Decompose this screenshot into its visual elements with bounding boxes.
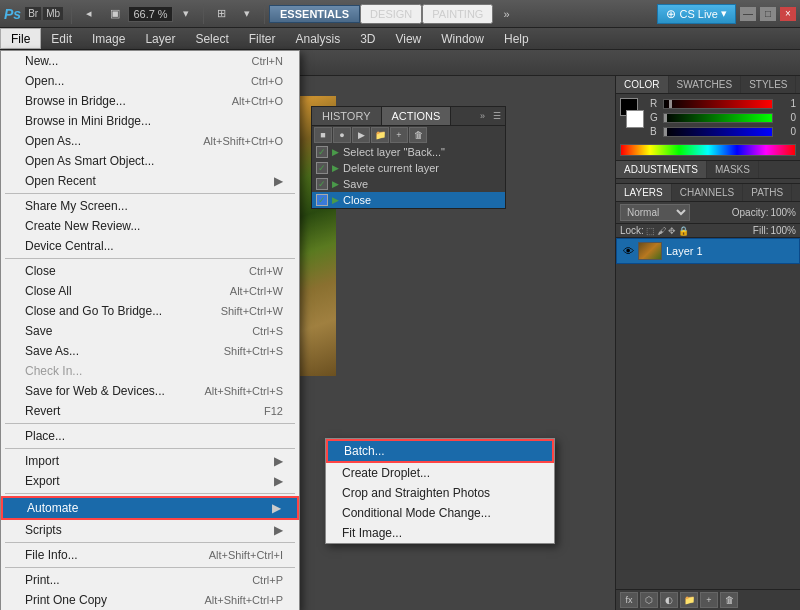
submenu-conditional-mode[interactable]: Conditional Mode Change... — [326, 503, 554, 523]
menu-place[interactable]: Place... — [26, 426, 299, 446]
menu-view[interactable]: View — [385, 28, 431, 49]
create-set-btn[interactable]: 📁 — [371, 127, 389, 143]
layer-item-1[interactable]: 👁 Layer 1 — [616, 238, 800, 264]
menu-print[interactable]: Print... Ctrl+P — [26, 570, 299, 590]
menu-open-smart[interactable]: Open As Smart Object... — [26, 151, 299, 171]
new-layer-btn[interactable]: + — [700, 592, 718, 608]
add-mask-btn[interactable]: ⬡ — [640, 592, 658, 608]
mb-logo[interactable]: Mb — [43, 7, 63, 20]
new-group-btn[interactable]: 📁 — [680, 592, 698, 608]
b-slider[interactable] — [663, 127, 773, 137]
menu-close-all[interactable]: Close All Alt+Ctrl+W — [26, 281, 299, 301]
fill-value[interactable]: 100% — [770, 225, 796, 236]
panel-menu-btn[interactable]: ☰ — [489, 109, 505, 123]
action-item-3[interactable]: ✓ ▶ Save — [312, 176, 505, 192]
br-logo[interactable]: Br — [25, 7, 41, 20]
g-slider[interactable] — [663, 113, 773, 123]
menu-image[interactable]: Image — [82, 28, 135, 49]
essentials-button[interactable]: ESSENTIALS — [269, 5, 360, 23]
menu-scripts[interactable]: Scripts ▶ — [26, 520, 299, 540]
menu-browse-mini[interactable]: Browse in Mini Bridge... — [26, 111, 299, 131]
actions-tab[interactable]: ACTIONS — [382, 107, 452, 125]
action-checkbox-1[interactable]: ✓ — [316, 146, 328, 158]
lock-move-icon[interactable]: ✥ — [668, 226, 676, 236]
new-adj-layer-btn[interactable]: ◐ — [660, 592, 678, 608]
menu-layer[interactable]: Layer — [135, 28, 185, 49]
menu-import[interactable]: Import ▶ — [26, 451, 299, 471]
action-checkbox-4[interactable]: ✓ — [316, 194, 328, 206]
menu-create-review[interactable]: Create New Review... — [26, 216, 299, 236]
layer-visibility-icon[interactable]: 👁 — [621, 244, 635, 258]
adjustments-tab[interactable]: ADJUSTMENTS — [616, 161, 707, 178]
menu-device-central[interactable]: Device Central... — [26, 236, 299, 256]
record-btn[interactable]: ● — [333, 127, 351, 143]
menu-print-one[interactable]: Print One Copy Alt+Shift+Ctrl+P — [26, 590, 299, 610]
r-slider[interactable] — [663, 99, 773, 109]
menu-save-web[interactable]: Save for Web & Devices... Alt+Shift+Ctrl… — [26, 381, 299, 401]
menu-share[interactable]: Share My Screen... — [26, 196, 299, 216]
stop-btn[interactable]: ■ — [314, 127, 332, 143]
new-action-btn[interactable]: + — [390, 127, 408, 143]
play-btn[interactable]: ▶ — [352, 127, 370, 143]
action-item-1[interactable]: ✓ ▶ Select layer "Back..." — [312, 144, 505, 160]
menu-analysis[interactable]: Analysis — [285, 28, 350, 49]
menu-automate[interactable]: Automate ▶ — [26, 496, 299, 520]
menu-open-as[interactable]: Open As... Alt+Shift+Ctrl+O — [26, 131, 299, 151]
menu-file-info[interactable]: File Info... Alt+Shift+Ctrl+I — [26, 545, 299, 565]
submenu-batch[interactable]: Batch... — [326, 439, 554, 463]
action-item-2[interactable]: ✓ ▶ Delete current layer — [312, 160, 505, 176]
blend-mode-select[interactable]: Normal — [620, 204, 690, 221]
action-checkbox-3[interactable]: ✓ — [316, 178, 328, 190]
layers-tab[interactable]: LAYERS — [616, 184, 672, 201]
toolbar-square-btn[interactable]: ▣ — [103, 2, 127, 26]
swatches-tab[interactable]: SWATCHES — [669, 76, 742, 93]
menu-save-as[interactable]: Save As... Shift+Ctrl+S — [26, 341, 299, 361]
panel-expand-btn[interactable]: » — [476, 109, 489, 123]
submenu-crop-straighten[interactable]: Crop and Straighten Photos — [326, 483, 554, 503]
minimize-button[interactable]: — — [740, 7, 756, 21]
menu-export[interactable]: Export ▶ — [26, 471, 299, 491]
menu-save[interactable]: Save Ctrl+S — [26, 321, 299, 341]
action-item-4[interactable]: ✓ ▶ Close — [312, 192, 505, 208]
menu-file[interactable]: File — [0, 28, 41, 49]
menu-revert[interactable]: Revert F12 — [26, 401, 299, 421]
menu-3d[interactable]: 3D — [350, 28, 385, 49]
bg-color-swatch[interactable] — [626, 110, 644, 128]
menu-help[interactable]: Help — [494, 28, 539, 49]
menu-close-go-bridge[interactable]: Close and Go To Bridge... Shift+Ctrl+W — [26, 301, 299, 321]
action-checkbox-2[interactable]: ✓ — [316, 162, 328, 174]
menu-filter[interactable]: Filter — [239, 28, 286, 49]
submenu-fit-image[interactable]: Fit Image... — [326, 523, 554, 543]
maximize-button[interactable]: □ — [760, 7, 776, 21]
opacity-value[interactable]: 100% — [770, 207, 796, 218]
channels-tab[interactable]: CHANNELS — [672, 184, 743, 201]
design-button[interactable]: DESIGN — [360, 4, 422, 24]
menu-select[interactable]: Select — [185, 28, 238, 49]
menu-open[interactable]: Open... Ctrl+O — [26, 76, 299, 91]
submenu-create-droplet[interactable]: Create Droplet... — [326, 463, 554, 483]
menu-window[interactable]: Window — [431, 28, 494, 49]
cs-live-button[interactable]: ⊕ CS Live ▾ — [657, 4, 736, 24]
history-tab[interactable]: HISTORY — [312, 107, 382, 125]
delete-action-btn[interactable]: 🗑 — [409, 127, 427, 143]
painting-button[interactable]: PAINTING — [422, 4, 493, 24]
lock-paint-icon[interactable]: 🖌 — [657, 226, 666, 236]
menu-browse-bridge[interactable]: Browse in Bridge... Alt+Ctrl+O — [26, 91, 299, 111]
arrange-dropdown[interactable]: ▾ — [235, 2, 259, 26]
menu-open-recent[interactable]: Open Recent ▶ — [26, 171, 299, 191]
zoom-dropdown-btn[interactable]: ▾ — [174, 2, 198, 26]
color-tab[interactable]: COLOR — [616, 76, 669, 93]
zoom-input[interactable] — [128, 6, 173, 22]
menu-edit[interactable]: Edit — [41, 28, 82, 49]
lock-all-icon[interactable]: 🔒 — [678, 226, 689, 236]
styles-tab[interactable]: STYLES — [741, 76, 796, 93]
toolbar-arrow-btn[interactable]: ◂ — [77, 2, 101, 26]
close-button[interactable]: × — [780, 7, 796, 21]
lock-transparent-icon[interactable]: ⬚ — [646, 226, 655, 236]
paths-tab[interactable]: PATHS — [743, 184, 792, 201]
more-workspaces-btn[interactable]: » — [494, 2, 518, 26]
delete-layer-btn[interactable]: 🗑 — [720, 592, 738, 608]
masks-tab[interactable]: MASKS — [707, 161, 759, 178]
arrange-btn[interactable]: ⊞ — [209, 2, 233, 26]
menu-close[interactable]: Close Ctrl+W — [26, 261, 299, 281]
